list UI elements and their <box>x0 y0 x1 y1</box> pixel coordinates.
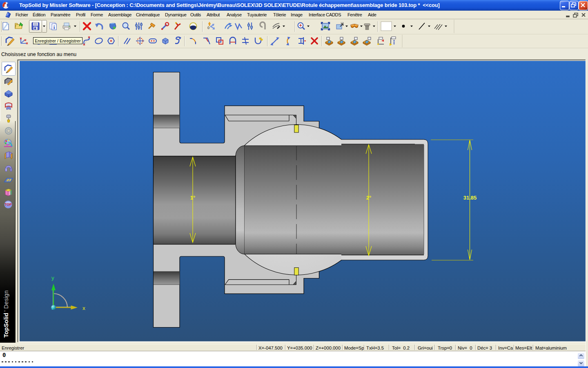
svg-text:0: 0 <box>207 26 209 30</box>
svg-text:TOP: TOP <box>4 202 12 206</box>
svg-text:i: i <box>53 24 55 30</box>
